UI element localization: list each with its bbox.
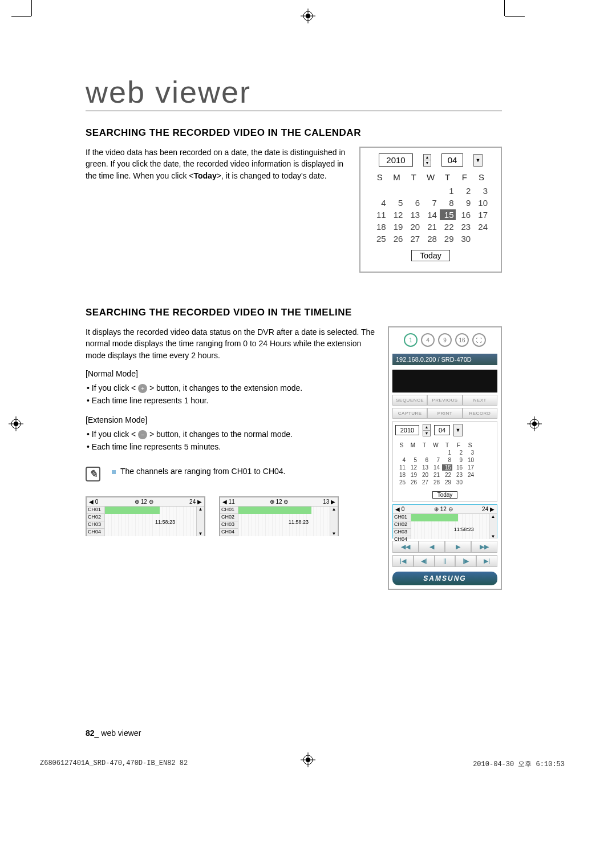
- cal-day[interactable]: 9: [457, 197, 473, 208]
- cal-day[interactable]: 13: [419, 464, 429, 471]
- cal-day[interactable]: 28: [431, 479, 441, 485]
- cal-day[interactable]: [423, 185, 439, 196]
- cal-day[interactable]: 27: [419, 479, 429, 485]
- timeline-track[interactable]: 11:58:23: [238, 507, 330, 536]
- step-forward-button[interactable]: |▶: [455, 555, 476, 567]
- cal-day[interactable]: 11: [372, 209, 388, 220]
- cal-day[interactable]: 17: [473, 209, 489, 220]
- cal-day[interactable]: 2: [453, 450, 464, 456]
- cal-day[interactable]: [419, 450, 429, 456]
- cal-day[interactable]: 26: [389, 233, 405, 244]
- cal-day[interactable]: 17: [465, 464, 475, 471]
- skip-start-button[interactable]: |◀: [392, 555, 414, 567]
- view-9-button[interactable]: 9: [438, 333, 452, 347]
- tl-prev-icon[interactable]: ◀ 11: [222, 499, 235, 505]
- previous-button[interactable]: PREVIOUS: [427, 395, 462, 406]
- timeline-scrollbar[interactable]: ▲▼: [489, 514, 497, 539]
- rewind-button[interactable]: ◀◀: [392, 541, 419, 553]
- cal-day[interactable]: 30: [453, 479, 464, 485]
- cal-day-selected[interactable]: 15: [442, 464, 452, 471]
- tl-zoom-icon[interactable]: ⊕ 12 ⊖: [270, 499, 289, 505]
- tl-zoom-icon[interactable]: ⊕ 12 ⊖: [135, 499, 153, 505]
- record-button[interactable]: RECORD: [463, 408, 497, 419]
- cal-day[interactable]: 10: [473, 197, 489, 208]
- fastforward-button[interactable]: ▶▶: [471, 541, 497, 553]
- cal-day[interactable]: [431, 450, 441, 456]
- today-button[interactable]: Today: [411, 250, 449, 261]
- cal-day[interactable]: 19: [408, 472, 418, 478]
- cal-day[interactable]: 8: [442, 457, 452, 463]
- cal-day[interactable]: [473, 233, 489, 244]
- cal-day[interactable]: [465, 479, 475, 485]
- cal-day[interactable]: 25: [396, 479, 407, 485]
- cal-day[interactable]: 16: [453, 464, 464, 471]
- cal-day[interactable]: [396, 450, 407, 456]
- cal-day[interactable]: 3: [473, 185, 489, 196]
- cal-day[interactable]: 23: [453, 472, 464, 478]
- cal-day[interactable]: 12: [389, 209, 405, 220]
- timeline-scrollbar[interactable]: ▲▼: [330, 507, 338, 536]
- cal-day[interactable]: 10: [465, 457, 475, 463]
- view-4-button[interactable]: 4: [421, 333, 435, 347]
- cal-day[interactable]: 3: [465, 450, 475, 456]
- cal-day[interactable]: 22: [442, 472, 452, 478]
- cal-day[interactable]: 9: [453, 457, 464, 463]
- cal-day[interactable]: 2: [457, 185, 473, 196]
- cal-day[interactable]: 24: [465, 472, 475, 478]
- cal-day[interactable]: [372, 185, 388, 196]
- pause-button[interactable]: ||: [435, 555, 456, 567]
- cal-day[interactable]: 4: [396, 457, 407, 463]
- mini-month-dropdown-icon[interactable]: ▼: [453, 424, 463, 436]
- cal-day[interactable]: [408, 450, 418, 456]
- cal-day[interactable]: [389, 185, 405, 196]
- cal-day[interactable]: 20: [419, 472, 429, 478]
- sequence-button[interactable]: SEQUENCE: [392, 395, 427, 406]
- cal-day[interactable]: 11: [396, 464, 407, 471]
- next-button[interactable]: NEXT: [463, 395, 497, 406]
- timeline-track[interactable]: 11:58:23: [411, 514, 489, 539]
- cal-day[interactable]: 6: [406, 197, 422, 208]
- mini-month-input[interactable]: 04: [434, 425, 450, 435]
- mini-year-input[interactable]: 2010: [395, 425, 419, 435]
- cal-day[interactable]: 7: [423, 197, 439, 208]
- tl-zoom-icon[interactable]: ⊕ 12 ⊖: [434, 506, 453, 512]
- step-back-button[interactable]: ◀|: [414, 555, 435, 567]
- tl-next-icon[interactable]: 24 ▶: [189, 499, 202, 505]
- cal-day-selected[interactable]: 15: [440, 209, 456, 220]
- cal-day[interactable]: 29: [442, 479, 452, 485]
- tl-next-icon[interactable]: 24 ▶: [482, 506, 495, 512]
- cal-day[interactable]: 21: [431, 472, 441, 478]
- cal-day[interactable]: 25: [372, 233, 388, 244]
- cal-day[interactable]: 14: [423, 209, 439, 220]
- cal-day[interactable]: 4: [372, 197, 388, 208]
- skip-end-button[interactable]: ▶|: [476, 555, 497, 567]
- play-button[interactable]: ▶: [445, 541, 471, 553]
- cal-day[interactable]: 21: [423, 221, 439, 232]
- cal-day[interactable]: 30: [457, 233, 473, 244]
- tl-next-icon[interactable]: 13 ▶: [323, 499, 335, 505]
- timeline-scrollbar[interactable]: ▲▼: [196, 507, 204, 536]
- cal-day[interactable]: 22: [440, 221, 456, 232]
- cal-day[interactable]: 23: [457, 221, 473, 232]
- cal-day[interactable]: 1: [440, 185, 456, 196]
- cal-day[interactable]: 29: [440, 233, 456, 244]
- month-input[interactable]: 04: [441, 153, 463, 167]
- cal-day[interactable]: 18: [396, 472, 407, 478]
- mini-year-stepper[interactable]: ▲▼: [423, 424, 431, 436]
- view-1-button[interactable]: 1: [404, 333, 418, 347]
- view-full-button[interactable]: ⛶: [472, 333, 486, 347]
- cal-day[interactable]: 12: [408, 464, 418, 471]
- cal-day[interactable]: 1: [442, 450, 452, 456]
- cal-day[interactable]: 26: [408, 479, 418, 485]
- cal-day[interactable]: 7: [431, 457, 441, 463]
- back-button[interactable]: ◀: [419, 541, 445, 553]
- cal-day[interactable]: 5: [408, 457, 418, 463]
- cal-day[interactable]: 5: [389, 197, 405, 208]
- cal-day[interactable]: 27: [406, 233, 422, 244]
- cal-day[interactable]: 18: [372, 221, 388, 232]
- year-input[interactable]: 2010: [379, 153, 413, 167]
- tl-prev-icon[interactable]: ◀ 0: [89, 499, 98, 505]
- cal-day[interactable]: 13: [406, 209, 422, 220]
- month-dropdown-icon[interactable]: ▼: [473, 154, 483, 167]
- cal-day[interactable]: 20: [406, 221, 422, 232]
